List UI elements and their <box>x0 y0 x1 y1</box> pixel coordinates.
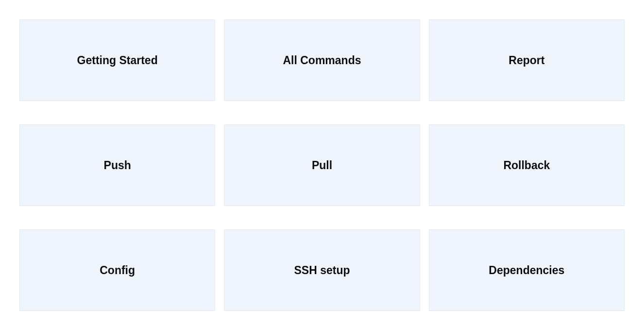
card-title: Dependencies <box>489 264 564 277</box>
card-config[interactable]: Config <box>19 229 215 311</box>
card-title: Push <box>104 159 131 172</box>
card-title: Config <box>100 264 135 277</box>
card-pull[interactable]: Pull <box>224 124 420 206</box>
card-title: Getting Started <box>77 54 158 67</box>
card-rollback[interactable]: Rollback <box>429 124 625 206</box>
card-all-commands[interactable]: All Commands <box>224 19 420 101</box>
card-report[interactable]: Report <box>429 19 625 101</box>
card-getting-started[interactable]: Getting Started <box>19 19 215 101</box>
card-push[interactable]: Push <box>19 124 215 206</box>
card-ssh-setup[interactable]: SSH setup <box>224 229 420 311</box>
card-grid: Getting Started All Commands Report Push… <box>19 19 625 311</box>
card-title: SSH setup <box>294 264 350 277</box>
card-title: Report <box>508 54 544 67</box>
card-title: Rollback <box>503 159 550 172</box>
card-title: Pull <box>312 159 332 172</box>
card-title: All Commands <box>283 54 361 67</box>
card-dependencies[interactable]: Dependencies <box>429 229 625 311</box>
